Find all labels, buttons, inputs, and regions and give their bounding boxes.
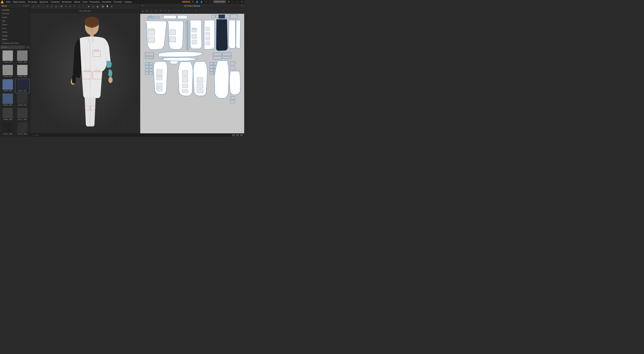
tb-light-btn[interactable]: 💡 — [105, 4, 109, 8]
menu-materials[interactable]: Материалы — [61, 0, 73, 4]
menu-3dcloth[interactable]: 3D одежда — [27, 0, 38, 4]
tb-sim-pause-btn[interactable]: ⏸ — [91, 4, 95, 8]
tb-pin-btn[interactable]: 📌 — [59, 4, 64, 8]
fabric-item-3[interactable]: Cotton...zfab — [15, 64, 30, 79]
fabric-label-8: Interlin...zfab — [1, 119, 14, 120]
menu-avatar[interactable]: Аватар — [73, 0, 81, 4]
nav-hanger[interactable]: Hanger — [0, 34, 30, 37]
fabric-item-8[interactable]: Interlin...zfab — [1, 108, 15, 122]
help-icon[interactable]: ? — [204, 0, 208, 3]
tb-needle-btn[interactable]: ✦ — [64, 4, 68, 8]
fabric-item-10[interactable]: Knit_C...zfab — [1, 122, 15, 136]
maximize-icon[interactable]: □ — [236, 0, 239, 3]
menu-settings[interactable]: Настройки — [101, 0, 112, 4]
ptb-rotate-btn[interactable]: ↺ — [154, 9, 158, 13]
ptb-circle-btn[interactable]: ○ — [171, 9, 175, 13]
tb-seam-btn[interactable]: ⌇ — [77, 4, 81, 8]
ptb-zoom-out-btn[interactable]: − — [190, 9, 194, 13]
search-input[interactable] — [1, 46, 24, 49]
nav-motion[interactable]: Motion — [0, 30, 30, 34]
tb-sim-stop-btn[interactable]: ⏹ — [96, 4, 100, 8]
tb-scale-btn[interactable]: ⇲ — [50, 4, 54, 8]
menu-install[interactable]: Установки — [112, 0, 123, 4]
fabric-item-4[interactable]: Denim...zfab — [1, 79, 15, 93]
fabric-item-6[interactable]: Denim...zfab — [1, 93, 15, 107]
ptb-select-btn[interactable]: ⬚ — [149, 9, 153, 13]
library-add-icon[interactable]: + — [23, 5, 24, 7]
menu-right-area: iND2018 ⟳ 🔊 👤 ? ⛶ SIMULATION ▼ ─ □ ✕ — [182, 0, 244, 3]
ptb-cursor-btn[interactable]: ▲ — [141, 9, 145, 13]
svg-rect-16 — [72, 75, 76, 83]
simulation-badge[interactable]: SIMULATION — [213, 0, 226, 3]
tb-cam-btn[interactable]: 📷 — [101, 4, 105, 8]
fabric-label-5: Denim...zfab — [16, 90, 29, 92]
fabric-item-5[interactable]: Denim...zfab — [15, 79, 30, 93]
ptb-pen-btn[interactable]: ✏ — [159, 9, 163, 13]
menu-view[interactable]: Показывать — [88, 0, 101, 4]
tb-arrow-btn[interactable]: ➤ — [68, 4, 72, 8]
tb-mirror-btn[interactable]: ⇄ — [54, 4, 58, 8]
fabric-item-11[interactable]: Knit_Fl...zfab — [15, 122, 30, 136]
fabric-item-0[interactable]: Cotton...zfab — [1, 50, 15, 64]
fabric-grid: Cotton...zfab Cotton...zfab Cotton...zfa… — [0, 49, 30, 137]
minimize-icon[interactable]: ─ — [232, 0, 235, 3]
sound-icon[interactable]: 🔊 — [196, 0, 199, 3]
sync-icon[interactable]: ⟳ — [191, 0, 194, 3]
center-viewport[interactable]: ◁ ✛ ⬚ ↺ ⇲ ⇄ 📌 ✦ ➤ ✏ ⌇ ⌙ ▶ ⏸ ⏹ 📷 💡 👁 Men_… — [30, 4, 140, 137]
tb-rotate-btn[interactable]: ↺ — [45, 4, 49, 8]
ptb-sew-btn[interactable]: ⌇ — [176, 9, 180, 13]
menu-sewing[interactable]: Сшивание — [50, 0, 61, 4]
nav-fabric[interactable]: Fabric — [0, 37, 30, 41]
fabric-item-1[interactable]: Cotton...zfab — [15, 50, 30, 64]
library-menu-icon[interactable]: ≡ — [25, 5, 26, 7]
nav-avatar[interactable]: Avatar — [0, 15, 30, 19]
search-refresh-icon[interactable]: ↻ — [24, 46, 26, 48]
nav-hair[interactable]: Hair — [0, 19, 30, 23]
scene-3d[interactable] — [30, 13, 140, 133]
pattern-canvas[interactable] — [140, 14, 244, 133]
fabric-label-3: Cotton...zfab — [16, 75, 29, 77]
svg-rect-68 — [197, 84, 203, 88]
tb-sim-play-btn[interactable]: ▶ — [87, 4, 91, 8]
tb-back-btn[interactable]: ◁ — [31, 4, 35, 8]
dropdown-icon[interactable]: ▼ — [227, 0, 230, 3]
expand-icon[interactable]: ⛶ — [209, 0, 212, 3]
fabric-thumb-6 — [2, 93, 13, 104]
tb-move-btn[interactable]: ✛ — [36, 4, 40, 8]
fabric-item-2[interactable]: Cotton...zfab — [1, 64, 15, 79]
nav-garment[interactable]: Garment — [0, 12, 30, 15]
nav-favorites[interactable]: Favorites — [0, 8, 30, 12]
svg-rect-32 — [148, 37, 155, 42]
pattern-expand-right[interactable]: ↗ — [241, 5, 243, 7]
fabric-label-0: Cotton...zfab — [1, 61, 14, 63]
library-expand-icon[interactable]: ↗ — [27, 5, 29, 7]
toolbar-3d: ◁ ✛ ⬚ ↺ ⇲ ⇄ 📌 ✦ ➤ ✏ ⌇ ⌙ ▶ ⏸ ⏹ 📷 💡 👁 — [30, 4, 140, 9]
menu-help[interactable]: Справка — [123, 0, 133, 4]
fabric-item-9[interactable]: Knit_C...zfab — [15, 108, 30, 122]
search-list-icon[interactable]: ≣ — [27, 46, 29, 48]
tb-fold-btn[interactable]: ⌙ — [81, 4, 85, 8]
menu-file[interactable]: Файл — [5, 0, 12, 4]
pattern-expand-left[interactable]: ↗ — [142, 5, 143, 7]
menu-2dpattern[interactable]: 2Д детали — [38, 0, 49, 4]
tb-view-btn[interactable]: 👁 — [110, 4, 114, 8]
ptb-move-btn[interactable]: ✛ — [145, 9, 149, 13]
tb-select-btn[interactable]: ⬚ — [41, 4, 45, 8]
svg-rect-65 — [182, 84, 188, 88]
nav-hardware-trims[interactable]: Hardware and Trims — [0, 41, 30, 45]
fabric-thumb-8 — [2, 108, 13, 118]
ptb-cut-btn[interactable]: ✂ — [163, 9, 167, 13]
ptb-seam-btn[interactable]: ≈ — [180, 9, 185, 13]
ptb-zoom-in-btn[interactable]: + — [186, 9, 190, 13]
menu-edit[interactable]: Редактировать — [12, 0, 27, 4]
nav-pose[interactable]: Pose — [0, 26, 30, 30]
close-icon[interactable]: ✕ — [240, 0, 244, 3]
tb-sep-2 — [58, 5, 59, 8]
nav-shoes[interactable]: Shoes — [0, 23, 30, 26]
menu-script[interactable]: Script — [81, 0, 88, 4]
fabric-item-7[interactable]: Interlin...zfab — [15, 93, 30, 107]
ptb-rect-btn[interactable]: ▭ — [167, 9, 171, 13]
user-icon[interactable]: 👤 — [200, 0, 203, 3]
ptb-fit-btn[interactable]: ⤢ — [194, 9, 198, 13]
tb-edit-btn[interactable]: ✏ — [72, 4, 76, 8]
